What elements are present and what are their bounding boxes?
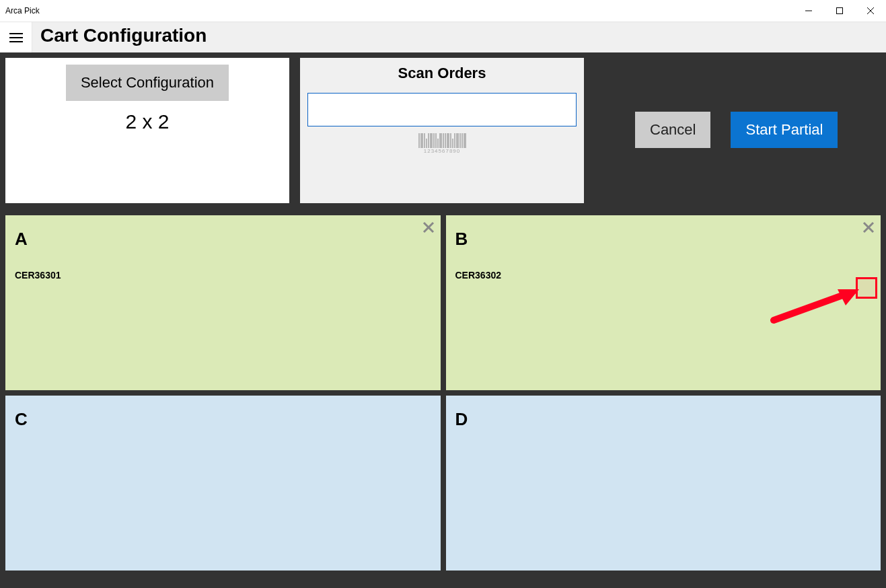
page-title: Cart Configuration	[32, 22, 215, 52]
cart-slot-grid: A CER36301 B CER36302 C D	[5, 215, 881, 571]
slot-letter: A	[15, 229, 431, 250]
main-area: Select Configuration 2 x 2 Scan Orders 1…	[0, 52, 886, 588]
scan-orders-title: Scan Orders	[307, 65, 577, 82]
barcode-sample-text: 1234567890	[418, 148, 466, 154]
window-controls	[793, 0, 886, 22]
action-buttons: Cancel Start Partial	[635, 112, 838, 148]
barcode-icon: 1234567890	[418, 133, 466, 154]
window-titlebar: Arca Pick	[0, 0, 886, 22]
slot-letter: B	[455, 229, 872, 250]
minimize-button[interactable]	[793, 0, 824, 22]
slot-letter: C	[15, 409, 431, 430]
slot-order-id: CER36301	[15, 270, 431, 281]
maximize-button[interactable]	[824, 0, 855, 22]
configuration-value: 2 x 2	[5, 110, 289, 133]
start-partial-button[interactable]: Start Partial	[731, 112, 838, 148]
slot-letter: D	[455, 409, 872, 430]
slot-close-button[interactable]	[420, 219, 437, 235]
cancel-button[interactable]: Cancel	[635, 112, 710, 148]
cart-slot-c[interactable]: C	[5, 396, 441, 571]
svg-rect-1	[837, 8, 843, 14]
app-title: Arca Pick	[5, 6, 40, 15]
slot-order-id: CER36302	[455, 270, 872, 281]
configuration-panel: Select Configuration 2 x 2	[5, 58, 289, 203]
cart-slot-b[interactable]: B CER36302	[446, 215, 881, 390]
slot-close-button[interactable]	[860, 219, 877, 235]
page-header: Cart Configuration	[0, 22, 886, 52]
cart-slot-d[interactable]: D	[446, 396, 881, 571]
cart-slot-a[interactable]: A CER36301	[5, 215, 441, 390]
hamburger-menu-button[interactable]	[0, 22, 32, 52]
scan-orders-panel: Scan Orders 1234567890	[300, 58, 584, 203]
scan-input[interactable]	[307, 93, 577, 126]
select-configuration-button[interactable]: Select Configuration	[66, 65, 229, 101]
close-window-button[interactable]	[855, 0, 886, 22]
